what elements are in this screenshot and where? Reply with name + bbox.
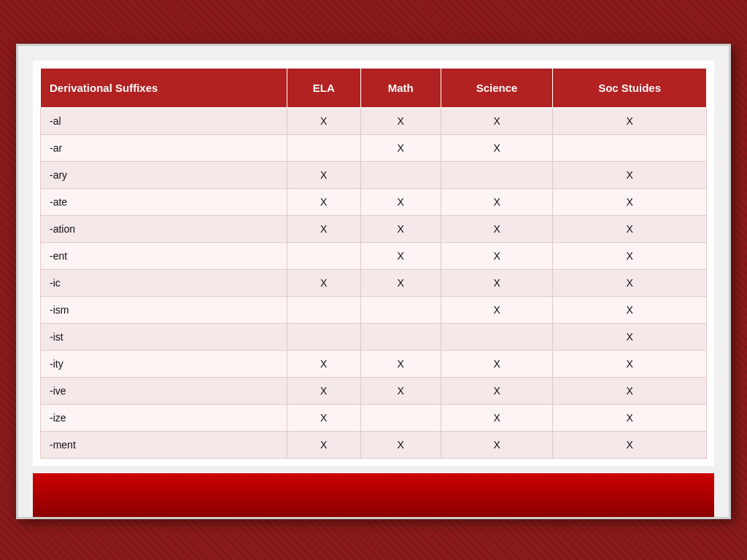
mark-cell: X [553, 162, 707, 189]
mark-cell: X [553, 270, 707, 297]
table-row: -ateXXXX [41, 189, 707, 216]
table-row: -entXXX [41, 243, 707, 270]
mark-cell: X [287, 108, 360, 135]
suffix-cell: -ary [41, 162, 287, 189]
mark-cell: X [441, 216, 552, 243]
mark-cell [287, 243, 360, 270]
mark-cell: X [441, 243, 552, 270]
mark-cell: X [553, 108, 707, 135]
table-row: -icXXXX [41, 270, 707, 297]
table-header-row: Derivational Suffixes ELA Math Science S… [41, 69, 707, 108]
mark-cell: X [287, 216, 360, 243]
suffix-cell: -ity [41, 351, 287, 378]
slide-container: Derivational Suffixes ELA Math Science S… [16, 44, 731, 519]
mark-cell [360, 324, 441, 351]
mark-cell [360, 297, 441, 324]
suffix-cell: -ation [41, 216, 287, 243]
table-wrapper: Derivational Suffixes ELA Math Science S… [33, 61, 714, 466]
table-row: -iveXXXX [41, 378, 707, 405]
suffix-cell: -ist [41, 324, 287, 351]
mark-cell [287, 297, 360, 324]
suffixes-table: Derivational Suffixes ELA Math Science S… [40, 68, 707, 459]
mark-cell: X [553, 378, 707, 405]
suffix-cell: -ent [41, 243, 287, 270]
table-row: -arXX [41, 135, 707, 162]
mark-cell: X [360, 243, 441, 270]
table-row: -ismXX [41, 297, 707, 324]
suffix-cell: -ar [41, 135, 287, 162]
mark-cell [360, 162, 441, 189]
mark-cell: X [553, 189, 707, 216]
mark-cell [553, 135, 707, 162]
mark-cell: X [441, 432, 552, 459]
mark-cell: X [360, 189, 441, 216]
table-row: -mentXXXX [41, 432, 707, 459]
mark-cell: X [287, 162, 360, 189]
mark-cell: X [287, 351, 360, 378]
mark-cell: X [360, 378, 441, 405]
col-header-science: Science [441, 69, 552, 108]
mark-cell: X [360, 270, 441, 297]
mark-cell: X [553, 216, 707, 243]
mark-cell: X [553, 243, 707, 270]
mark-cell: X [441, 378, 552, 405]
mark-cell [287, 324, 360, 351]
mark-cell [441, 162, 552, 189]
mark-cell: X [360, 135, 441, 162]
table-row: -aryXX [41, 162, 707, 189]
suffix-cell: -ive [41, 378, 287, 405]
mark-cell [287, 135, 360, 162]
suffix-cell: -ate [41, 189, 287, 216]
col-header-math: Math [360, 69, 441, 108]
mark-cell: X [441, 135, 552, 162]
col-header-ela: ELA [287, 69, 360, 108]
mark-cell: X [441, 108, 552, 135]
mark-cell: X [441, 405, 552, 432]
mark-cell: X [360, 216, 441, 243]
mark-cell: X [287, 270, 360, 297]
col-header-soc: Soc Stuides [553, 69, 707, 108]
table-row: -alXXXX [41, 108, 707, 135]
mark-cell: X [553, 351, 707, 378]
mark-cell: X [553, 297, 707, 324]
mark-cell: X [553, 432, 707, 459]
footer-bar [33, 473, 714, 517]
mark-cell [360, 405, 441, 432]
mark-cell [441, 324, 552, 351]
mark-cell: X [287, 189, 360, 216]
mark-cell: X [441, 270, 552, 297]
mark-cell: X [441, 189, 552, 216]
suffix-cell: -ism [41, 297, 287, 324]
mark-cell: X [360, 108, 441, 135]
table-row: -ationXXXX [41, 216, 707, 243]
suffix-cell: -ment [41, 432, 287, 459]
mark-cell: X [441, 351, 552, 378]
table-row: -istX [41, 324, 707, 351]
mark-cell: X [441, 297, 552, 324]
mark-cell: X [287, 405, 360, 432]
mark-cell: X [360, 432, 441, 459]
mark-cell: X [287, 432, 360, 459]
col-header-suffix: Derivational Suffixes [41, 69, 287, 108]
table-row: -izeXXX [41, 405, 707, 432]
suffix-cell: -al [41, 108, 287, 135]
table-row: -ityXXXX [41, 351, 707, 378]
suffix-cell: -ic [41, 270, 287, 297]
suffix-cell: -ize [41, 405, 287, 432]
mark-cell: X [287, 378, 360, 405]
mark-cell: X [553, 405, 707, 432]
mark-cell: X [360, 351, 441, 378]
mark-cell: X [553, 324, 707, 351]
